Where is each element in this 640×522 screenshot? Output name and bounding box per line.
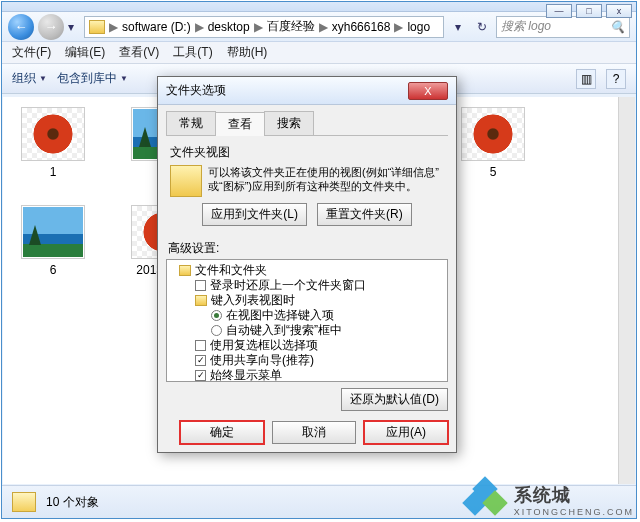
titlebar xyxy=(2,2,636,12)
folder-icon xyxy=(12,492,36,512)
breadcrumb-sep: ▶ xyxy=(317,20,330,34)
tab-search[interactable]: 搜索 xyxy=(264,111,314,135)
tree-item[interactable]: 使用共享向导(推荐) xyxy=(210,353,314,368)
folder-view-icon xyxy=(170,165,202,197)
breadcrumb-sep: ▶ xyxy=(392,20,405,34)
menu-bar: 文件(F) 编辑(E) 查看(V) 工具(T) 帮助(H) xyxy=(2,42,636,64)
search-icon: 🔍 xyxy=(610,20,625,34)
breadcrumb[interactable]: ▶ software (D:) ▶ desktop ▶ 百度经验 ▶ xyh66… xyxy=(84,16,444,38)
restore-defaults-button[interactable]: 还原为默认值(D) xyxy=(341,388,448,411)
folder-options-dialog: 文件夹选项 X 常规 查看 搜索 文件夹视图 可以将该文件夹正在使用的视图(例如… xyxy=(157,76,457,453)
breadcrumb-item[interactable]: logo xyxy=(407,20,430,34)
toolbar-include[interactable]: 包含到库中 ▼ xyxy=(57,70,128,87)
refresh-button[interactable]: ▾ xyxy=(448,20,468,34)
chevron-down-icon: ▼ xyxy=(120,74,128,83)
tree-root: 文件和文件夹 xyxy=(195,263,267,278)
back-button[interactable]: ← xyxy=(8,14,34,40)
breadcrumb-item[interactable]: xyh666168 xyxy=(332,20,391,34)
dialog-titlebar[interactable]: 文件夹选项 X xyxy=(158,77,456,105)
organize-label: 组织 xyxy=(12,70,36,87)
file-item[interactable]: 5 xyxy=(457,107,529,179)
menu-view[interactable]: 查看(V) xyxy=(119,44,159,61)
tree-item[interactable]: 自动键入到“搜索”框中 xyxy=(226,323,342,338)
status-bar: 10 个对象 xyxy=(2,485,636,518)
window-controls: — □ x xyxy=(546,4,632,18)
file-label: 6 xyxy=(50,263,57,277)
minimize-button[interactable]: — xyxy=(546,4,572,18)
dialog-close-button[interactable]: X xyxy=(408,82,448,100)
breadcrumb-sep: ▶ xyxy=(193,20,206,34)
folder-view-label: 文件夹视图 xyxy=(170,144,448,161)
checkbox[interactable]: ✓ xyxy=(195,355,206,366)
tree-item[interactable]: 使用复选框以选择项 xyxy=(210,338,318,353)
toolbar-organize[interactable]: 组织 ▼ xyxy=(12,70,47,87)
search-input[interactable]: 搜索 logo 🔍 xyxy=(496,16,630,38)
radio[interactable] xyxy=(211,325,222,336)
cancel-button[interactable]: 取消 xyxy=(272,421,356,444)
tree-item[interactable]: 始终显示菜单 xyxy=(210,368,282,382)
apply-button[interactable]: 应用(A) xyxy=(364,421,448,444)
file-label: 5 xyxy=(490,165,497,179)
chevron-down-icon: ▼ xyxy=(39,74,47,83)
advanced-label: 高级设置: xyxy=(168,240,448,257)
breadcrumb-sep: ▶ xyxy=(107,20,120,34)
apply-to-folders-button[interactable]: 应用到文件夹(L) xyxy=(202,203,307,226)
help-button[interactable]: ? xyxy=(606,69,626,89)
view-mode-button[interactable]: ▥ xyxy=(576,69,596,89)
history-dropdown[interactable]: ▾ xyxy=(68,20,80,34)
tab-view[interactable]: 查看 xyxy=(215,112,265,136)
maximize-button[interactable]: □ xyxy=(576,4,602,18)
checkbox[interactable] xyxy=(195,280,206,291)
file-label: 1 xyxy=(50,165,57,179)
advanced-tree[interactable]: 文件和文件夹 登录时还原上一个文件夹窗口 键入列表视图时 在视图中选择键入项 自… xyxy=(166,259,448,382)
refresh-icon[interactable]: ↻ xyxy=(472,20,492,34)
breadcrumb-sep: ▶ xyxy=(252,20,265,34)
file-item[interactable]: 1 xyxy=(17,107,89,179)
reset-folders-button[interactable]: 重置文件夹(R) xyxy=(317,203,412,226)
dialog-footer: 确定 取消 应用(A) xyxy=(166,411,448,444)
menu-edit[interactable]: 编辑(E) xyxy=(65,44,105,61)
file-item[interactable]: 6 xyxy=(17,205,89,277)
folder-icon xyxy=(89,20,105,34)
include-label: 包含到库中 xyxy=(57,70,117,87)
menu-help[interactable]: 帮助(H) xyxy=(227,44,268,61)
checkbox[interactable]: ✓ xyxy=(195,370,206,381)
forward-button[interactable]: → xyxy=(38,14,64,40)
menu-file[interactable]: 文件(F) xyxy=(12,44,51,61)
menu-tools[interactable]: 工具(T) xyxy=(173,44,212,61)
radio[interactable] xyxy=(211,310,222,321)
breadcrumb-item[interactable]: desktop xyxy=(208,20,250,34)
nav-bar: ← → ▾ ▶ software (D:) ▶ desktop ▶ 百度经验 ▶… xyxy=(2,12,636,42)
dialog-title: 文件夹选项 xyxy=(166,82,226,99)
breadcrumb-item[interactable]: 百度经验 xyxy=(267,18,315,35)
breadcrumb-item[interactable]: software (D:) xyxy=(122,20,191,34)
scrollbar[interactable] xyxy=(618,97,635,484)
close-button[interactable]: x xyxy=(606,4,632,18)
tree-item[interactable]: 键入列表视图时 xyxy=(211,293,295,308)
status-count: 10 个对象 xyxy=(46,494,99,511)
tab-general[interactable]: 常规 xyxy=(166,111,216,135)
search-placeholder: 搜索 logo xyxy=(501,18,551,35)
tab-strip: 常规 查看 搜索 xyxy=(166,111,448,136)
ok-button[interactable]: 确定 xyxy=(180,421,264,444)
folder-view-desc: 可以将该文件夹正在使用的视图(例如“详细信息”或“图标”)应用到所有这种类型的文… xyxy=(208,165,444,197)
tree-item[interactable]: 在视图中选择键入项 xyxy=(226,308,334,323)
folder-icon xyxy=(179,265,191,276)
folder-icon xyxy=(195,295,207,306)
checkbox[interactable] xyxy=(195,340,206,351)
tree-item[interactable]: 登录时还原上一个文件夹窗口 xyxy=(210,278,366,293)
